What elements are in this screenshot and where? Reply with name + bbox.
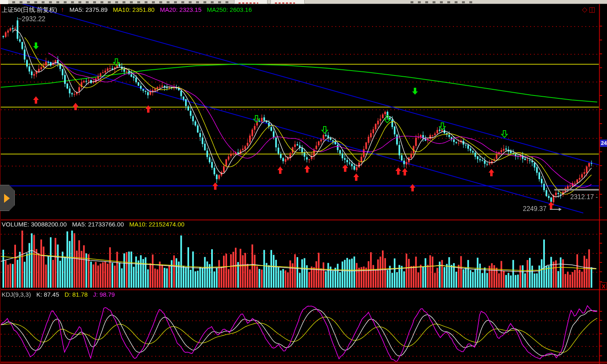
- ma5-value: MA5: 2375.89: [69, 6, 107, 13]
- diamond-icon[interactable]: ◇: [582, 6, 589, 13]
- annotation-last-close: 2312.17 -: [570, 193, 598, 201]
- toolbar-menu-remnant: [12, 1, 229, 3]
- chart-canvas[interactable]: [0, 0, 607, 364]
- volume-unit-badge: X: [600, 282, 607, 290]
- kdj-d-value: D: 81.78: [65, 291, 88, 298]
- low-arrow-head: [559, 208, 562, 211]
- volume-ma5: MA5: 21733766.00: [72, 221, 124, 228]
- sidebar-expand-handle[interactable]: [0, 185, 15, 211]
- volume-header: VOLUME: 30088200.00 MA5: 21733766.00 MA1…: [2, 221, 188, 228]
- annotation-period-low: 2249.37: [523, 205, 547, 213]
- chart-title: 上证50(日线.前复权): [2, 6, 57, 13]
- panel-corner-icons: ◇◫: [582, 5, 596, 14]
- ma250-value: MA250: 2603.16: [207, 6, 252, 13]
- toolbar-button[interactable]: [270, 0, 305, 4]
- top-toolbar: [0, 0, 607, 4]
- kdj-j-value: J: 98.79: [93, 291, 115, 298]
- price-badge: 24: [600, 140, 607, 147]
- expand-arrow-icon: [4, 194, 10, 203]
- annotation-period-high: ~2932.22: [18, 16, 45, 23]
- ma10-value: MA10: 2351.80: [113, 6, 155, 13]
- toolbar-button[interactable]: [234, 0, 268, 4]
- kdj-params: KDJ(9,3,3): [2, 291, 31, 298]
- low-arrow-line: [550, 209, 559, 210]
- squiggle-arrow-glyph: ~: [18, 16, 22, 22]
- main-chart-header: 上证50(日线.前复权)↑ MA5: 2375.89 MA10: 2351.80…: [2, 6, 256, 14]
- kdj-header: KDJ(9,3,3) K: 87.45 D: 81.78 J: 98.79: [2, 291, 118, 298]
- trading-terminal: 上证50(日线.前复权)↑ MA5: 2375.89 MA10: 2351.80…: [0, 0, 607, 364]
- volume-value: VOLUME: 30088200.00: [2, 221, 67, 228]
- split-window-icon[interactable]: ◫: [589, 6, 596, 13]
- ma20-value: MA20: 2323.15: [160, 6, 202, 13]
- toolbar-text-remnant: [411, 1, 476, 3]
- kdj-k-value: K: 87.45: [36, 291, 59, 298]
- volume-ma10: MA10: 22152474.00: [129, 221, 184, 228]
- toolbar-corner: [0, 0, 8, 4]
- up-arrow-icon: ↑: [61, 6, 64, 13]
- last-close-line: [554, 189, 599, 191]
